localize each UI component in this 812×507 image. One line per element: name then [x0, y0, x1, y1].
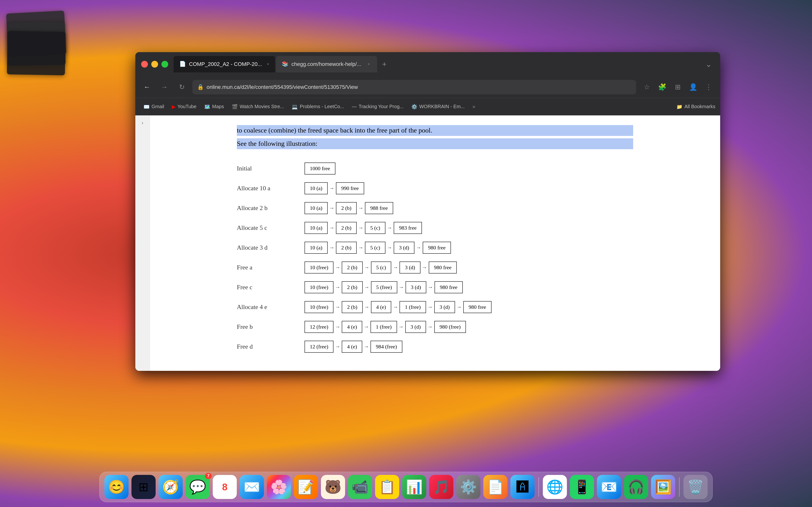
spotify-icon: 🎧 [627, 479, 645, 495]
bookmark-maps[interactable]: 🗺️ Maps [201, 102, 227, 111]
block-r4-5c: 5 (c) [365, 242, 386, 254]
browser-window: 📄 COMP_2002_A2 - COMP-20... × 📚 chegg.co… [135, 52, 720, 371]
diagram-row-alloc10a: Allocate 10 a 10 (a) → 990 free [237, 181, 633, 195]
tab1-close[interactable]: × [267, 62, 269, 67]
memory-diagram: Initial 1000 free Allocate 10 a 10 (a) →… [237, 157, 633, 364]
bookmark-star-button[interactable]: ☆ [640, 80, 654, 94]
tab2-close[interactable]: × [366, 62, 371, 67]
tab1-favicon: 📄 [179, 61, 186, 68]
block-r7-10free: 10 (free) [305, 301, 334, 313]
close-button[interactable] [141, 61, 148, 68]
block-r3-2b: 2 (b) [336, 222, 357, 234]
row-label-freec: Free c [237, 284, 305, 291]
bookmark-youtube[interactable]: ▶ YouTube [168, 102, 200, 111]
traffic-lights [141, 61, 168, 68]
bookmark-workbrain[interactable]: ⚙️ WORKBRAIN - Em... [408, 102, 468, 111]
dock-numbers[interactable]: 📊 [402, 475, 426, 499]
dock-reminders[interactable]: 📝 [294, 475, 318, 499]
bookmarks-more-button[interactable]: » [470, 102, 478, 111]
row-blocks-alloc5c: 10 (a) → 2 (b) → 5 (c) → 983 free [305, 222, 422, 234]
block-988free: 988 free [365, 202, 393, 214]
maximize-button[interactable] [161, 61, 168, 68]
dock-preview[interactable]: 🖼️ [651, 475, 675, 499]
row-blocks-alloc2b: 10 (a) → 2 (b) → 988 free [305, 202, 393, 214]
arrow: → [420, 264, 429, 271]
arrow: → [386, 225, 394, 231]
row-label-alloc3d: Allocate 3 d [237, 244, 305, 251]
dock-system-prefs[interactable]: ⚙️ [456, 475, 480, 499]
diagram-row-alloc4e: Allocate 4 e 10 (free) → 2 (b) → 4 (e) →… [237, 300, 633, 314]
back-button[interactable]: ← [140, 80, 154, 94]
extensions-button[interactable]: 🧩 [655, 80, 669, 94]
reader-view-button[interactable]: ⊞ [671, 80, 684, 94]
block-r2-10a: 10 (a) [305, 202, 328, 214]
dock-app-store[interactable]: 🅰 [510, 475, 535, 499]
launchpad-icon: ⊞ [139, 480, 149, 494]
arrow: → [391, 304, 400, 310]
arrow: → [328, 225, 336, 231]
mail2-icon: 📧 [601, 479, 617, 495]
dock-trash[interactable]: 🗑️ [683, 475, 708, 499]
block-r7-4e: 4 (e) [371, 301, 392, 313]
diagram-row-freec: Free c 10 (free) → 2 (b) → 5 (free) → 3 … [237, 280, 633, 294]
tracking-label: Tracking Your Prog... [359, 104, 404, 109]
dock-chrome[interactable]: 🌐 [543, 475, 567, 499]
tab1-label: COMP_2002_A2 - COMP-20... [189, 61, 262, 67]
dock-facetime[interactable]: 📹 [348, 475, 372, 499]
lock-icon: 🔒 [197, 84, 204, 90]
minimize-button[interactable] [151, 61, 158, 68]
dock-music[interactable]: 🎵 [429, 475, 453, 499]
dock-spotify[interactable]: 🎧 [624, 475, 648, 499]
dock-mail2[interactable]: 📧 [597, 475, 621, 499]
diagram-row-alloc3d: Allocate 3 d 10 (a) → 2 (b) → 5 (c) → 3 … [237, 240, 633, 255]
block-r4-3d: 3 (d) [394, 242, 414, 254]
row-blocks-freec: 10 (free) → 2 (b) → 5 (free) → 3 (d) → 9… [305, 281, 463, 293]
bookmark-leetcode[interactable]: 💻 Problems - LeetCo... [288, 102, 347, 111]
bookmark-tracking[interactable]: — Tracking Your Prog... [349, 102, 407, 111]
new-tab-button[interactable]: + [378, 58, 391, 70]
arrow: → [397, 284, 406, 290]
row-blocks-alloc3d: 10 (a) → 2 (b) → 5 (c) → 3 (d) → 980 fre… [305, 242, 451, 254]
block-r6-5free: 5 (free) [371, 281, 397, 293]
gmail-label: Gmail [152, 104, 164, 109]
dock-mail[interactable]: ✉️ [240, 475, 264, 499]
movies-label: Watch Movies Stre... [240, 104, 284, 109]
arrow: → [363, 284, 371, 290]
arrow: → [426, 324, 434, 330]
dock-pages[interactable]: 📄 [483, 475, 507, 499]
dock-launchpad[interactable]: ⊞ [132, 475, 156, 499]
content-area: › to coalesce (combine) the freed space … [135, 115, 720, 371]
bookmark-gmail[interactable]: ✉️ Gmail [140, 102, 167, 111]
bear-icon: 🐻 [324, 479, 342, 495]
row-label-alloc10a: Allocate 10 a [237, 185, 305, 192]
dock-photos[interactable]: 🌸 [267, 475, 291, 499]
dock-whatsapp[interactable]: 📱 [570, 475, 594, 499]
forward-button[interactable]: → [158, 80, 171, 94]
row-label-freed: Free d [237, 343, 305, 350]
profiles-button[interactable]: 👤 [686, 80, 700, 94]
dock-notes[interactable]: 📋 [375, 475, 399, 499]
dock-messages[interactable]: 💬 7 [186, 475, 210, 499]
block-r8-4e: 4 (e) [342, 321, 362, 333]
tab-chegg[interactable]: 📚 chegg.com/homework-help/... × [276, 56, 377, 72]
reload-button[interactable]: ↻ [175, 80, 189, 94]
sidebar-panel: › [135, 115, 150, 371]
tab-comp2002[interactable]: 📄 COMP_2002_A2 - COMP-20... × [173, 56, 275, 72]
sidebar-toggle-button[interactable]: › [138, 118, 147, 127]
dock: 😊 ⊞ 🧭 💬 7 8 ✉️ 🌸 📝 🐻 📹 📋 📊 🎵 ⚙️ 📄 � [99, 472, 713, 502]
url-text: online.mun.ca/d2l/le/content/554395/view… [207, 84, 631, 90]
menu-button[interactable]: ⋮ [702, 80, 715, 94]
arrow: → [362, 324, 370, 330]
dock-bear[interactable]: 🐻 [321, 475, 345, 499]
tab2-label: chegg.com/homework-help/... [292, 61, 361, 67]
dock-calendar[interactable]: 8 [213, 475, 237, 499]
block-r4-2b: 2 (b) [336, 242, 357, 254]
profile-icon[interactable]: ⌄ [703, 60, 714, 69]
arrow: → [357, 225, 365, 231]
address-bar[interactable]: 🔒 online.mun.ca/d2l/le/content/554395/vi… [192, 80, 636, 95]
dock-finder[interactable]: 😊 [104, 475, 129, 499]
bookmark-movies[interactable]: 🎬 Watch Movies Stre... [229, 102, 288, 111]
dock-safari[interactable]: 🧭 [158, 475, 183, 499]
facetime-icon: 📹 [352, 479, 368, 495]
all-bookmarks[interactable]: 📁 All Bookmarks [676, 104, 715, 110]
